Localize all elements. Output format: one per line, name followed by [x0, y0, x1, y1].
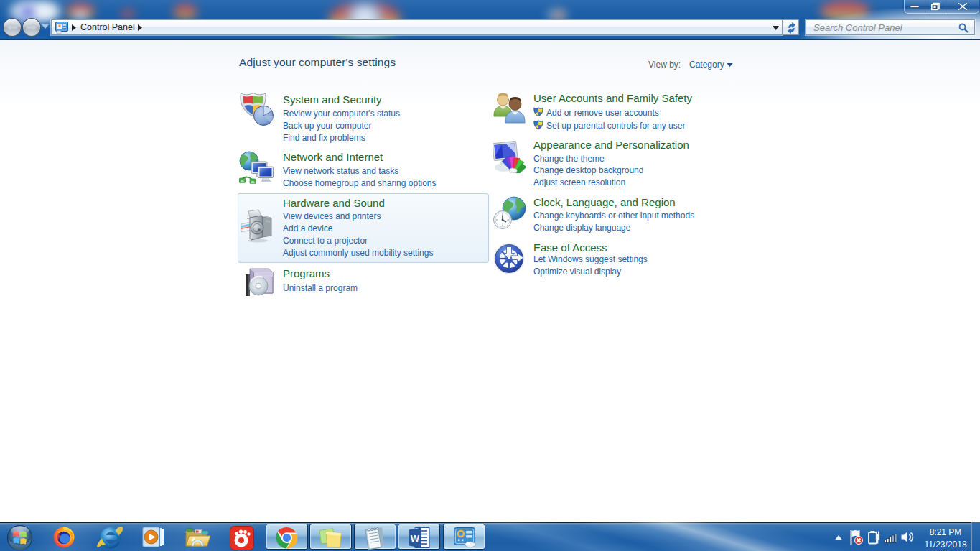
svg-text:W: W	[411, 533, 420, 544]
